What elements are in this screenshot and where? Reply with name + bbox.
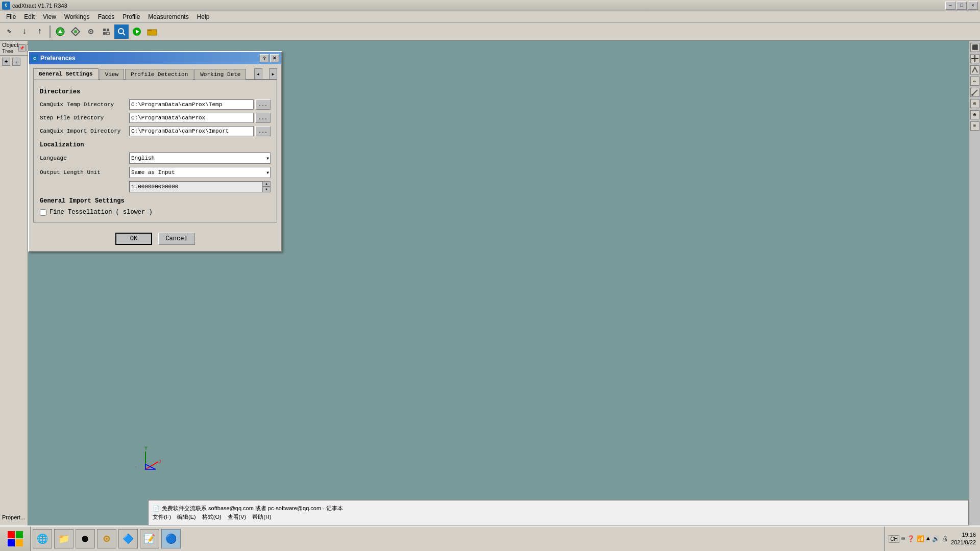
tray-arrow-icon[interactable]: ▲	[926, 535, 930, 542]
svg-rect-9	[107, 32, 109, 35]
directories-section-header: Directories	[40, 88, 271, 95]
camquix-import-dir-browse[interactable]: ...	[255, 126, 271, 136]
notepad-menu-file[interactable]: 文件(F)	[153, 513, 171, 521]
tab-nav-right-button[interactable]: ►	[269, 68, 277, 80]
tree-remove-button[interactable]: -	[12, 58, 20, 66]
taskbar-notepad-button[interactable]: 📝	[140, 529, 159, 548]
svg-point-3	[74, 30, 77, 33]
spin-row: ▲ ▼	[40, 181, 271, 192]
right-tool-3[interactable]	[970, 65, 979, 74]
taskbar: 🌐 📁 ⏺ 🔷 📝 🔵 CH ⌨ ❓ 📶 ▲ 🔊 🖨 19:16 2021/8/…	[0, 525, 980, 551]
spin-input[interactable]	[129, 181, 271, 192]
notepad-menu-help[interactable]: 帮助(H)	[252, 513, 271, 521]
fine-tessellation-checkbox[interactable]	[40, 209, 46, 216]
step-file-dir-label: Step File Directory	[40, 115, 129, 121]
sys-tray: CH ⌨ ❓ 📶 ▲ 🔊 🖨	[889, 535, 948, 543]
notepad-menu-edit[interactable]: 编辑(E)	[177, 513, 196, 521]
spin-buttons: ▲ ▼	[262, 181, 271, 192]
dialog-close-button[interactable]: ✕	[270, 54, 279, 62]
right-tool-4[interactable]: ✏	[970, 77, 979, 86]
toolbar-settings-icon[interactable]	[99, 24, 113, 39]
start-button[interactable]	[0, 527, 31, 551]
right-tool-1[interactable]: ⬛	[970, 43, 979, 52]
step-file-dir-input[interactable]	[129, 113, 254, 123]
toolbar-shape-icon[interactable]	[68, 24, 83, 39]
tab-view[interactable]: View	[100, 69, 124, 80]
panel-pin-button[interactable]: 📌	[18, 44, 26, 52]
menu-file[interactable]: File	[2, 12, 20, 21]
dialog-content: General Settings View Profile Detection …	[29, 64, 281, 227]
taskbar-cad-button[interactable]: 🔵	[161, 529, 181, 548]
taskbar-ie-button[interactable]: 🌐	[33, 529, 52, 548]
tab-nav-left-button[interactable]: ◄	[254, 68, 262, 80]
menu-bar: File Edit View Workings Faces Profile Me…	[0, 11, 980, 22]
tab-working-dete[interactable]: Working Dete	[194, 69, 246, 80]
toolbar-search-icon[interactable]	[114, 24, 129, 39]
tree-toolbar: + -	[0, 56, 28, 68]
menu-view[interactable]: View	[39, 12, 60, 21]
toolbar-edit-icon[interactable]: ✎	[2, 24, 16, 39]
camquix-temp-dir-label: CamQuix Temp Directory	[40, 102, 129, 108]
import-section-header: General Import Settings	[40, 197, 271, 205]
spin-down-button[interactable]: ▼	[262, 187, 271, 192]
toolbar-open-icon[interactable]	[145, 24, 159, 39]
menu-measurements[interactable]: Measurements	[144, 12, 192, 21]
tray-volume-icon[interactable]: 🔊	[932, 535, 940, 543]
right-tool-2[interactable]	[970, 54, 979, 63]
right-tool-8[interactable]: ≡	[970, 121, 979, 131]
notepad-menu-format[interactable]: 格式(O)	[202, 513, 222, 521]
taskbar-record-button[interactable]: ⏺	[76, 529, 95, 548]
output-length-select[interactable]: Same as Input mm inch	[129, 167, 271, 178]
menu-faces[interactable]: Faces	[94, 12, 119, 21]
right-tool-5[interactable]	[970, 88, 979, 97]
toolbar-down-icon[interactable]: ↓	[17, 24, 32, 39]
app-icon: C	[2, 2, 10, 10]
tab-profile-detection[interactable]: Profile Detection	[125, 69, 193, 80]
step-file-dir-browse[interactable]: ...	[255, 113, 271, 123]
close-button[interactable]: ✕	[968, 2, 978, 10]
toolbar-green-icon[interactable]	[53, 24, 67, 39]
camquix-temp-dir-input[interactable]	[129, 99, 254, 110]
menu-workings[interactable]: Workings	[60, 12, 94, 21]
spin-up-button[interactable]: ▲	[262, 181, 271, 187]
taskbar-explorer-button[interactable]: 📁	[54, 529, 74, 548]
maximize-button[interactable]: □	[957, 2, 967, 10]
tray-print-icon[interactable]: 🖨	[942, 535, 948, 543]
svg-line-24	[972, 90, 977, 95]
notepad-icon: 📄	[153, 505, 160, 512]
menu-profile[interactable]: Profile	[118, 12, 144, 21]
right-tool-7[interactable]: ⊕	[970, 110, 979, 119]
toolbar-up-icon[interactable]: ↑	[33, 24, 47, 39]
fine-tessellation-label: Fine Tessellation ( slower )	[50, 209, 153, 216]
tray-keyboard-icon[interactable]: ⌨	[901, 535, 905, 543]
taskbar-settings-button[interactable]	[97, 529, 116, 548]
localization-section-header: Localization	[40, 141, 271, 148]
toolbar-run-icon[interactable]	[130, 24, 144, 39]
minimize-button[interactable]: ─	[945, 2, 955, 10]
title-bar-controls: ─ □ ✕	[945, 2, 978, 10]
language-select[interactable]: English German French Spanish	[129, 153, 271, 164]
notepad-menu-view[interactable]: 查看(V)	[228, 513, 247, 521]
ok-button[interactable]: OK	[115, 233, 152, 245]
tab-general-settings[interactable]: General Settings	[33, 68, 99, 80]
menu-help[interactable]: Help	[193, 12, 214, 21]
svg-point-31	[106, 538, 108, 540]
taskbar-blue-button[interactable]: 🔷	[118, 529, 138, 548]
camquix-import-dir-input[interactable]	[129, 126, 254, 136]
menu-edit[interactable]: Edit	[20, 12, 39, 21]
svg-text:X: X	[159, 459, 161, 465]
dialog-title-left: C Preferences	[31, 55, 76, 62]
camquix-temp-dir-browse[interactable]: ...	[255, 99, 271, 110]
svg-point-5	[90, 31, 92, 32]
tree-add-button[interactable]: +	[2, 58, 10, 66]
dialog-icon: C	[31, 55, 38, 62]
svg-line-11	[123, 33, 125, 35]
dialog-buttons: OK Cancel	[29, 227, 281, 251]
tray-wifi-icon[interactable]: 📶	[917, 535, 924, 543]
right-tool-6[interactable]: ⊙	[970, 99, 979, 108]
toolbar-gear-icon[interactable]	[84, 24, 98, 39]
cancel-button[interactable]: Cancel	[158, 233, 195, 245]
svg-rect-29	[16, 539, 23, 546]
dialog-help-button[interactable]: ?	[260, 54, 269, 62]
tray-question-icon[interactable]: ❓	[907, 535, 915, 543]
